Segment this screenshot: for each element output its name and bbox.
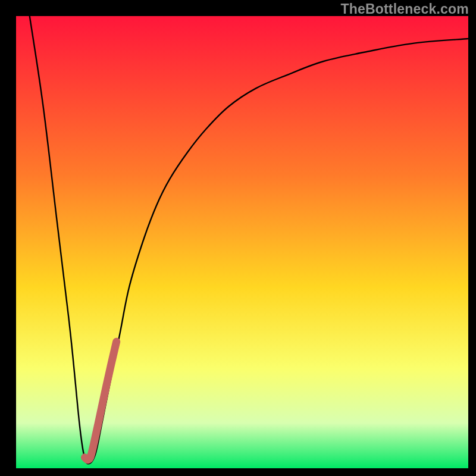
gradient-background bbox=[16, 16, 468, 468]
plot-svg bbox=[16, 16, 468, 468]
plot-area bbox=[16, 16, 468, 468]
watermark-text: TheBottleneck.com bbox=[340, 1, 469, 17]
chart-frame: TheBottleneck.com bbox=[0, 0, 476, 476]
